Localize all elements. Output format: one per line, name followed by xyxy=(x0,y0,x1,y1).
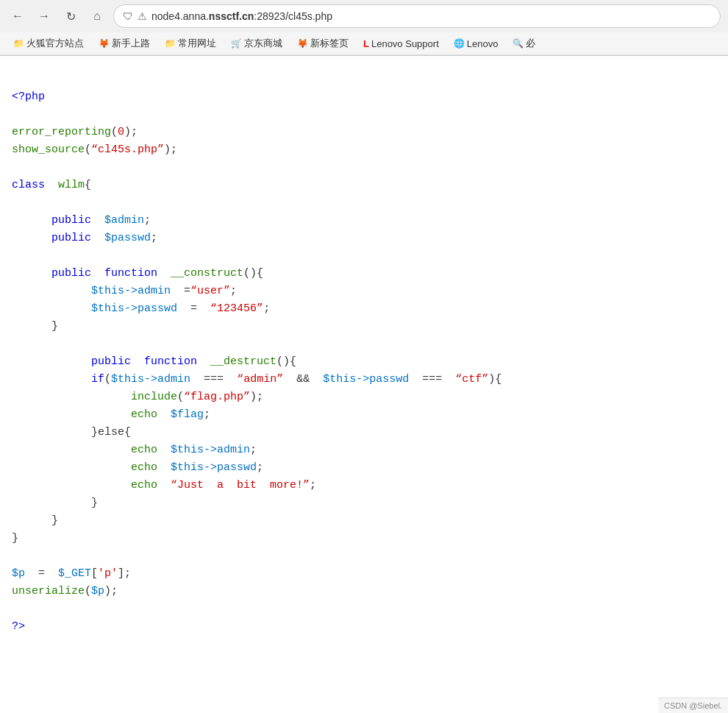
firefox-icon-2: 🦊 xyxy=(297,38,308,49)
function-kw-2: function xyxy=(144,355,197,368)
this-admin-check: $this->admin xyxy=(111,373,190,386)
php-open-tag: <?php xyxy=(12,91,45,103)
bookmark-common-urls[interactable]: 📁 常用网址 xyxy=(159,35,222,52)
this-passwd-echo: $this->passwd xyxy=(171,461,257,474)
echo-admin-call: echo xyxy=(131,444,157,456)
admin-prop: $admin xyxy=(104,214,144,227)
jd-icon: 🛒 xyxy=(231,38,242,49)
unserialize-call: unserialize xyxy=(12,585,85,597)
function-kw-1: function xyxy=(104,267,157,280)
flag-var: $flag xyxy=(171,408,204,421)
security-icon: 🛡 xyxy=(123,10,133,22)
bookmark-label: Lenovo Support xyxy=(371,38,439,49)
public-kw-3: public xyxy=(51,267,91,280)
class-name: wllm xyxy=(58,179,85,191)
address-domain: nssctf.cn xyxy=(209,10,254,22)
public-kw-1: public xyxy=(51,214,91,227)
bookmark-label: 新手上路 xyxy=(112,37,150,50)
folder-icon-2: 📁 xyxy=(165,38,176,49)
this-passwd-check: $this->passwd xyxy=(323,373,409,386)
firefox-icon: 🦊 xyxy=(99,38,110,49)
echo-flag-call: echo xyxy=(131,408,157,421)
bookmark-label: 新标签页 xyxy=(310,37,349,50)
folder-icon: 📁 xyxy=(13,38,24,49)
bookmark-newtab[interactable]: 🦊 新标签页 xyxy=(291,35,354,52)
p-var: $p xyxy=(12,567,25,580)
bookmark-label: 必 xyxy=(526,37,535,50)
lock-icon: ⚠ xyxy=(138,10,147,22)
code-block: <?php error_reporting(0); show_source(“c… xyxy=(12,71,716,653)
construct-name: __construct xyxy=(171,267,243,280)
destruct-name: __destruct xyxy=(210,355,276,368)
footer-bar: CSDN @Siebel. xyxy=(658,698,728,713)
bookmark-newbie[interactable]: 🦊 新手上路 xyxy=(93,35,156,52)
bookmark-firefox-official[interactable]: 📁 火狐官方站点 xyxy=(7,35,90,52)
echo-passwd-call: echo xyxy=(131,461,157,474)
page-content: <?php error_reporting(0); show_source(“c… xyxy=(0,56,728,713)
class-close: } xyxy=(12,532,18,544)
this-passwd-assign: $this->passwd xyxy=(91,302,177,315)
error-reporting-call: error_reporting xyxy=(12,126,111,138)
class-keyword: class xyxy=(12,179,45,191)
include-call: include xyxy=(131,391,177,403)
construct-close: } xyxy=(51,320,58,333)
address-text: node4.anna.nssctf.cn:28923/cl45s.php xyxy=(151,10,711,22)
public-kw-2: public xyxy=(51,232,91,244)
footer-text: CSDN @Siebel. xyxy=(664,701,722,710)
lenovo-icon: L xyxy=(363,38,369,49)
destruct-close: } xyxy=(51,514,58,527)
show-source-call: show_source xyxy=(12,143,85,156)
address-bar[interactable]: 🛡 ⚠ node4.anna.nssctf.cn:28923/cl45s.php xyxy=(113,4,721,28)
bookmark-label: 京东商城 xyxy=(244,37,282,50)
search-icon: 🔍 xyxy=(513,38,524,49)
echo-more-call: echo xyxy=(131,479,157,492)
passwd-prop: $passwd xyxy=(104,232,151,244)
this-admin-assign: $this->admin xyxy=(91,285,171,297)
bookmark-label: 常用网址 xyxy=(178,37,216,50)
else-open: }else{ xyxy=(91,426,131,439)
php-close-tag: ?> xyxy=(12,620,25,633)
back-button[interactable]: ← xyxy=(7,6,28,26)
forward-button[interactable]: → xyxy=(34,6,54,26)
nav-bar: ← → ↻ ⌂ 🛡 ⚠ node4.anna.nssctf.cn:28923/c… xyxy=(0,0,728,32)
get-var: $_GET xyxy=(58,567,91,580)
bookmark-label: 火狐官方站点 xyxy=(26,37,84,50)
refresh-button[interactable]: ↻ xyxy=(60,6,81,26)
public-kw-4: public xyxy=(91,355,131,368)
bookmark-jd[interactable]: 🛒 京东商城 xyxy=(225,35,288,52)
bookmark-lenovo[interactable]: 🌐 Lenovo xyxy=(448,37,504,51)
bookmark-lenovo-support[interactable]: L Lenovo Support xyxy=(357,37,445,51)
else-close: } xyxy=(91,497,98,509)
bookmark-search[interactable]: 🔍 必 xyxy=(507,35,541,52)
globe-icon: 🌐 xyxy=(454,38,465,49)
bookmarks-bar: 📁 火狐官方站点 🦊 新手上路 📁 常用网址 🛒 京东商城 🦊 新标签页 L L… xyxy=(0,32,728,55)
browser-chrome: ← → ↻ ⌂ 🛡 ⚠ node4.anna.nssctf.cn:28923/c… xyxy=(0,0,728,56)
bookmark-label: Lenovo xyxy=(467,38,499,49)
p-arg: $p xyxy=(91,585,104,597)
if-kw: if xyxy=(91,373,104,386)
this-admin-echo: $this->admin xyxy=(171,444,250,456)
home-button[interactable]: ⌂ xyxy=(87,6,107,26)
